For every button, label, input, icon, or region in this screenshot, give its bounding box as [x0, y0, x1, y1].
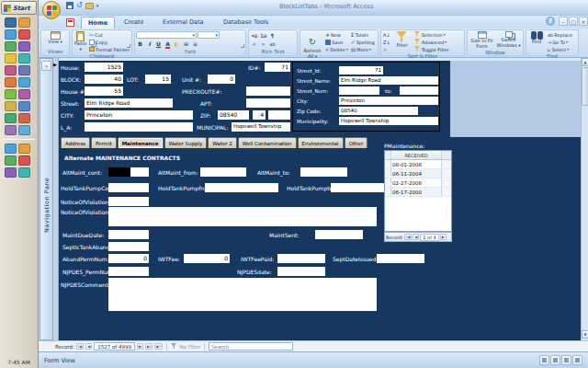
street-num-to-input[interactable]	[400, 86, 438, 95]
iwtfeepaid-input[interactable]	[277, 254, 325, 263]
ribbon-tab-create[interactable]: Create	[118, 17, 151, 29]
save-icon[interactable]	[66, 2, 74, 9]
italic-button[interactable]: I	[145, 40, 153, 47]
font-dialog-launcher-icon[interactable]	[241, 44, 244, 48]
taskbar-app-icon[interactable]	[5, 53, 17, 63]
street-input[interactable]: Elm Ridge Road	[85, 98, 173, 108]
goto-button[interactable]: Go To	[547, 39, 573, 45]
scroll-down-icon[interactable]: ▼	[582, 330, 588, 339]
taskbar-app-icon[interactable]	[5, 113, 17, 123]
panel-zip-input[interactable]: 08540	[339, 107, 418, 115]
id-input[interactable]: 71	[265, 63, 290, 72]
expand-navigation-pane-icon[interactable]	[41, 61, 51, 71]
municipality-input[interactable]: Hopewell Township	[339, 117, 438, 125]
precroute-input[interactable]	[246, 86, 290, 96]
lot-input[interactable]: 15	[145, 75, 171, 84]
gridlines-button[interactable]	[182, 40, 190, 47]
taskbar-app-icon[interactable]	[5, 17, 17, 28]
septictankaband-input[interactable]	[108, 242, 149, 251]
datasheet-view-shortcut-icon[interactable]	[550, 355, 560, 365]
tray-icon[interactable]	[18, 155, 30, 166]
totals-button[interactable]: Totals	[350, 31, 376, 38]
selection-button[interactable]: Selection	[413, 31, 450, 38]
iwtfee-input[interactable]: 0	[184, 254, 230, 263]
ribbon-tab-home[interactable]: Home	[81, 17, 115, 29]
undo-icon[interactable]: ↺	[76, 2, 83, 9]
taskbar-app-icon[interactable]	[5, 41, 17, 52]
received-column-header[interactable]: RECEIVED	[391, 151, 441, 159]
view-button[interactable]: View	[43, 31, 67, 45]
tray-icon[interactable]	[5, 167, 17, 178]
toggle-filter-button[interactable]: Toggle Filter	[413, 46, 450, 52]
switch-windows-button[interactable]: Switch Windows	[496, 31, 522, 48]
font-color-button[interactable]	[164, 40, 172, 47]
taskbar-app-icon[interactable]	[18, 125, 30, 135]
subform-record-position[interactable]: 1 of 4	[420, 234, 438, 241]
ribbon-tab-database-tools[interactable]: Database Tools	[217, 17, 275, 29]
numbering-button[interactable]	[259, 31, 267, 39]
layout-view-shortcut-icon[interactable]	[561, 355, 571, 365]
maintduedate-input[interactable]	[108, 230, 149, 239]
tray-icon[interactable]	[18, 167, 30, 178]
njpdescomments-input[interactable]	[108, 278, 377, 311]
taskbar-app-icon[interactable]	[18, 89, 30, 99]
format-painter-button[interactable]: Format Painter	[88, 46, 130, 52]
decrease-indent-button[interactable]	[250, 40, 258, 47]
font-name-select[interactable]	[136, 31, 197, 39]
advanced-filter-button[interactable]: Advanced	[413, 39, 450, 45]
apt-input[interactable]	[246, 98, 290, 108]
taskbar-app-icon[interactable]	[5, 77, 17, 87]
street-num-input[interactable]	[339, 86, 379, 95]
house-no-input[interactable]: 55	[85, 86, 123, 96]
next-record-button[interactable]	[137, 343, 143, 350]
received-date-cell[interactable]: 06-11-2004	[391, 169, 441, 178]
first-record-button[interactable]	[76, 343, 84, 350]
tab-well-contamination[interactable]: Well Contamination	[238, 137, 297, 148]
navigation-pane-collapsed[interactable]: Navigation Pane	[40, 58, 53, 340]
replace-button[interactable]: Replace	[547, 31, 573, 38]
tab-maintenance[interactable]: Maintenance	[118, 137, 164, 148]
taskbar-app-icon[interactable]	[5, 29, 17, 40]
la-input[interactable]	[85, 122, 193, 132]
tab-permit[interactable]: Permit	[91, 137, 117, 148]
datasheet-row[interactable]: 02-27-2008	[385, 178, 451, 188]
last-record-button[interactable]	[145, 343, 153, 350]
vertical-scrollbar[interactable]: ▲ ▼	[581, 58, 588, 340]
sort-ascending-button[interactable]	[382, 31, 391, 38]
datasheet-row[interactable]: 06-11-2004	[385, 169, 451, 178]
copy-button[interactable]: Copy	[88, 39, 130, 45]
holdtankpumpcont-input[interactable]	[108, 183, 149, 192]
scrollbar-thumb[interactable]	[582, 67, 588, 106]
record-position[interactable]: 1527 of 4999	[94, 342, 135, 351]
row-selector-cell[interactable]	[385, 178, 391, 187]
window-restore-icon[interactable]: □	[569, 17, 578, 26]
help-icon[interactable]: ?	[546, 17, 555, 26]
taskbar-app-icon[interactable]	[5, 101, 17, 111]
increase-indent-button[interactable]	[259, 40, 267, 47]
subform-first-record-button[interactable]	[404, 234, 412, 240]
zip-extra-input[interactable]	[268, 110, 290, 120]
tab-address[interactable]: Address	[61, 137, 90, 148]
text-formatting-button[interactable]	[268, 40, 277, 47]
size-to-fit-form-button[interactable]: Size to Fit Form	[469, 31, 495, 49]
abandpermnum-input[interactable]: 0	[108, 254, 149, 263]
row-selector-cell[interactable]	[385, 160, 391, 168]
received-date-cell[interactable]: 02-27-2008	[391, 178, 441, 187]
save-record-button[interactable]: Save	[324, 39, 349, 45]
new-record-button[interactable]: New	[324, 31, 349, 38]
taskbar-app-icon[interactable]	[18, 53, 30, 63]
tab-environmental[interactable]: Environmental	[298, 137, 344, 148]
subform-next-record-button[interactable]	[440, 234, 447, 240]
record-search-input[interactable]	[209, 342, 293, 351]
cut-button[interactable]: Cut	[88, 31, 130, 38]
align-text-button[interactable]	[191, 40, 199, 47]
window-minimize-icon[interactable]: –	[559, 17, 568, 26]
taskbar-app-icon[interactable]	[18, 77, 30, 87]
bullets-button[interactable]	[250, 31, 258, 39]
taskbar-app-icon[interactable]	[18, 29, 30, 40]
previous-record-button[interactable]	[85, 343, 92, 350]
zip-plus4-input[interactable]: 4	[253, 110, 266, 120]
row-selector-cell[interactable]	[385, 188, 391, 196]
altmaint-to-input[interactable]	[300, 167, 347, 177]
tab-other[interactable]: Other	[345, 137, 368, 148]
